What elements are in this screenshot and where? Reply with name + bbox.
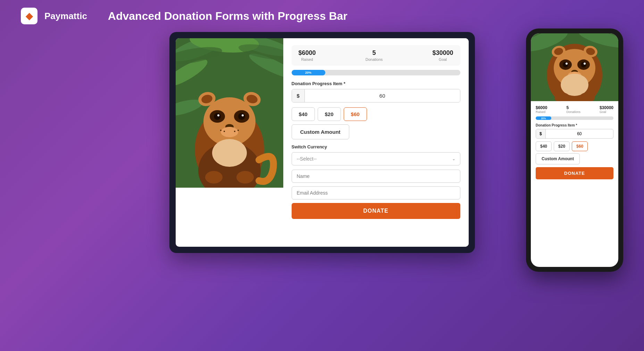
currency-prefix: $ [292,89,305,102]
donation-field-label: Donation Progress Item * [292,81,460,86]
svg-point-24 [234,131,235,132]
logo-box: ◆ [21,8,37,24]
mobile-donations-label: Donations [566,110,580,114]
mobile-panda-image [531,33,618,101]
goal-value: $30000 [432,49,453,57]
svg-point-38 [563,62,568,67]
mobile-raised-label: Raised [536,110,547,114]
mobile-amount-value: 60 [546,129,613,138]
mobile-progress-label: 20% [541,117,546,120]
svg-point-48 [561,74,588,96]
name-input[interactable] [292,170,460,183]
mobile-preset-20[interactable]: $20 [554,141,570,151]
mobile-stats-row: $6000 Raised 5 Donations $30000 Goal [536,105,613,114]
mobile-donation-label: Donation Progress Item * [536,123,613,127]
preset-60-button[interactable]: $60 [344,107,367,121]
panda-image [176,38,283,247]
mobile-donate-button[interactable]: DONATE [536,167,613,179]
progress-label: 20% [305,71,311,74]
mobile-progress-fill: 20% [536,116,551,120]
desktop-form-panel: $6000 Raised 5 Donations $30000 Goal [283,38,469,247]
progress-bar-bg: 20% [292,70,460,75]
donations-value: 5 [366,49,383,57]
mobile-screen: $6000 Raised 5 Donations $30000 Goal [531,33,618,267]
amount-input[interactable] [305,89,460,102]
amount-input-row: $ [292,89,460,103]
raised-label: Raised [299,57,316,62]
svg-point-40 [566,63,568,65]
mobile-preset-40[interactable]: $40 [536,141,552,151]
paymattic-logo-icon: ◆ [26,11,33,22]
mobile-custom-amount-button[interactable]: Custom Amount [536,153,580,164]
mobile-goal-value: $30000 [600,105,613,110]
mobile-donations-stat: 5 Donations [566,105,580,114]
custom-amount-button[interactable]: Custom Amount [292,124,349,139]
preset-buttons: $40 $20 $60 [292,107,460,121]
main-content: PROTECT RED PANDA $6000 Raised 5 Donatio… [0,32,644,253]
svg-point-17 [221,127,238,137]
donations-label: Donations [366,57,383,62]
progress-container: 20% [292,70,460,75]
svg-point-25 [237,130,239,131]
svg-point-27 [205,171,223,183]
mobile-currency-symbol: $ [536,129,546,138]
svg-point-15 [242,114,244,116]
goal-label: Goal [432,57,453,62]
select-arrow-icon: ⌄ [452,156,455,161]
mobile-preset-row: $40 $20 $60 [536,141,613,151]
mobile-progress-bg: 20% [536,116,613,120]
desktop-left-panel: PROTECT RED PANDA [176,38,283,247]
mobile-goal-stat: $30000 Goal [600,105,613,114]
goal-stat: $30000 Goal [432,49,453,62]
preset-40-button[interactable]: $40 [292,107,315,121]
page-title: Advanced Donation Forms with Progress Ba… [108,10,348,23]
svg-point-22 [220,130,221,131]
desktop-mockup: PROTECT RED PANDA $6000 Raised 5 Donatio… [169,32,475,253]
raised-stat: $6000 Raised [299,49,316,62]
email-input[interactable] [292,186,460,199]
preset-20-button[interactable]: $20 [318,107,341,121]
mobile-mockup: $6000 Raised 5 Donations $30000 Goal [526,28,623,272]
desktop-screen: PROTECT RED PANDA $6000 Raised 5 Donatio… [176,38,469,247]
switch-currency-label: Switch Currency [292,144,460,149]
svg-point-23 [224,131,225,132]
svg-point-41 [584,63,586,65]
svg-point-28 [236,171,254,183]
svg-point-13 [238,113,245,120]
svg-point-39 [581,62,586,67]
svg-point-26 [212,139,247,167]
raised-value: $6000 [299,49,316,57]
mobile-amount-row: $ 60 [536,129,613,139]
mobile-raised-value: $6000 [536,105,547,110]
brand-name: Paymattic [44,11,87,22]
select-wrapper: --Select-- ⌄ [292,152,460,165]
mobile-raised-stat: $6000 Raised [536,105,547,114]
header: ◆ Paymattic Advanced Donation Forms with… [0,0,644,32]
stats-row: $6000 Raised 5 Donations $30000 Goal [292,45,460,66]
currency-select[interactable]: --Select-- [292,152,460,165]
svg-point-12 [214,113,221,120]
progress-bar-fill: 20% [292,70,325,75]
mobile-preset-60[interactable]: $60 [572,141,588,151]
mobile-goal-label: Goal [600,110,613,114]
donate-button[interactable]: DONATE [292,203,460,219]
mobile-donations-value: 5 [566,105,580,110]
svg-point-14 [217,114,219,116]
donations-stat: 5 Donations [366,49,383,62]
mobile-form: $6000 Raised 5 Donations $30000 Goal [531,101,618,267]
